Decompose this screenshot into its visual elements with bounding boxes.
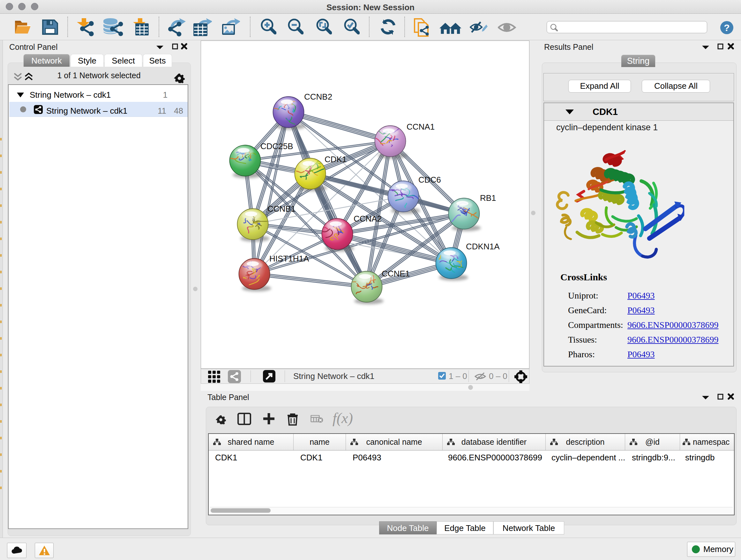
svg-text:CCNE1: CCNE1 [382,269,410,278]
svg-text:CDKN1A: CDKN1A [466,242,500,251]
svg-text:HIST1H1A: HIST1H1A [269,254,309,263]
svg-text:CCNB2: CCNB2 [304,92,332,102]
svg-text:RB1: RB1 [480,193,496,203]
svg-text:CDC25B: CDC25B [260,141,293,151]
svg-text:CCNA2: CCNA2 [354,214,382,224]
svg-text:CCNA1: CCNA1 [407,122,434,132]
svg-text:CDC6: CDC6 [418,175,441,185]
svg-text:CDK1: CDK1 [325,154,347,164]
svg-text:CCNB1: CCNB1 [267,204,295,213]
